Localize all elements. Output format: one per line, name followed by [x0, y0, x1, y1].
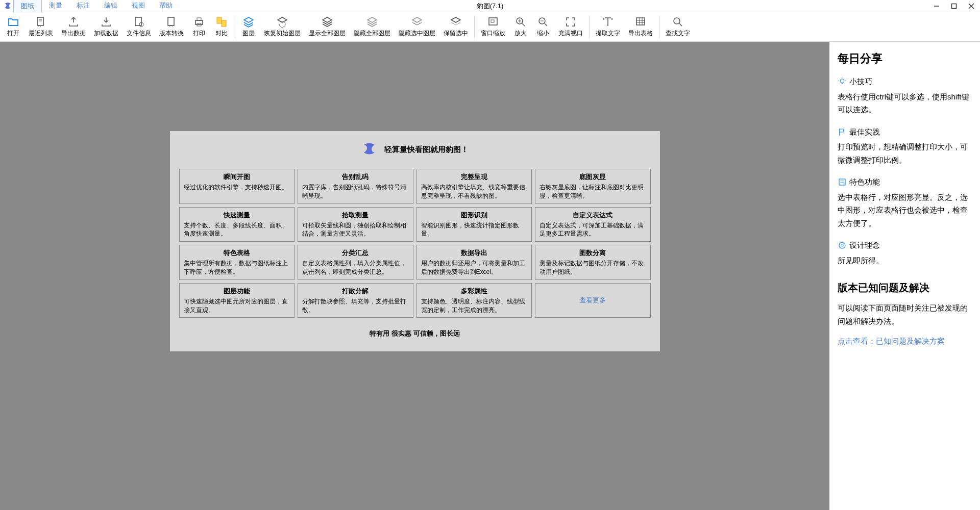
feature-desc: 可拾取矢量线和圆，独创拾取和绘制相结合，测量方便又灵活。 — [302, 221, 409, 239]
menu-tab-view[interactable]: 视图 — [125, 0, 152, 13]
feature-card: 数据导出用户的数据归还用户，可将测量和加工后的数据免费导出到Excel。 — [416, 245, 532, 280]
menu-bar: 图纸 测量 标注 编辑 视图 帮助 — [13, 0, 180, 13]
feature-card: 图数分离测量及标记数据与图纸分开存储，不改动用户图纸。 — [535, 245, 651, 280]
menu-tab-measure[interactable]: 测量 — [42, 0, 69, 13]
svg-rect-24 — [636, 18, 645, 25]
feature-title: 图数分离 — [540, 248, 646, 258]
feature-card: 自定义表达式自定义表达式，可深加工基础数据，满足更多工程量需求。 — [535, 207, 651, 242]
tool-export[interactable]: 导出数据 — [57, 15, 90, 39]
svg-rect-1 — [952, 4, 957, 8]
sidebar-daily-title: 每日分享 — [838, 49, 972, 68]
sidebar-section-title: 小技巧 — [838, 75, 972, 88]
toolbar-separator — [235, 16, 235, 38]
feature-title: 数据导出 — [421, 248, 528, 258]
tool-zoom-out[interactable]: 缩小 — [532, 15, 554, 39]
sidebar-section-text: 选中表格行，对应图形亮显。反之，选中图形，对应表格行也会被选中，检查太方便了。 — [838, 191, 972, 230]
sidebar: 每日分享 小技巧表格行使用ctrl键可以多选，使用shift键可以连选。最佳实践… — [829, 42, 980, 510]
canvas-area[interactable]: 轻算量快看图就用豹图！ 瞬间开图经过优化的软件引擎，支持秒速开图。告别乱码内置字… — [0, 42, 829, 510]
sidebar-issues-text: 可以阅读下面页面随时关注已被发现的问题和解决办法。 — [838, 301, 972, 327]
feature-more[interactable]: 查看更多 — [535, 283, 651, 318]
tool-open[interactable]: 打开 — [2, 15, 24, 39]
feature-card: 告别乱码内置字库，告别图纸乱码，特殊符号清晰呈现。 — [298, 169, 413, 204]
minimize-button[interactable] — [928, 0, 945, 12]
feature-title: 图形识别 — [421, 211, 528, 220]
list-icon — [838, 177, 847, 187]
svg-line-30 — [679, 23, 682, 26]
feature-title: 图层功能 — [184, 287, 290, 296]
tool-keep-selected[interactable]: 保留选中 — [439, 15, 472, 39]
menu-tab-drawing[interactable]: 图纸 — [13, 0, 42, 13]
feature-desc: 内置字库，告别图纸乱码，特殊符号清晰呈现。 — [302, 183, 409, 200]
feature-desc: 右键灰显底图，让标注和底图对比更明显，检查更清晰。 — [540, 183, 646, 200]
svg-rect-9 — [168, 17, 174, 26]
sidebar-issues-link[interactable]: 点击查看：已知问题及解决方案 — [838, 335, 972, 348]
sidebar-section-text: 表格行使用ctrl键可以多选，使用shift键可以连选。 — [838, 90, 972, 116]
svg-line-42 — [843, 243, 845, 245]
welcome-panel: 轻算量快看图就用豹图！ 瞬间开图经过优化的软件引擎，支持秒速开图。告别乱码内置字… — [170, 131, 660, 351]
svg-rect-14 — [222, 20, 226, 27]
sidebar-issues-title: 版本已知问题及解决 — [838, 279, 972, 296]
tool-print[interactable]: 打印 — [188, 15, 210, 39]
bulb-icon — [838, 77, 847, 86]
tool-hide-selected-layer[interactable]: 隐藏选中图层 — [395, 15, 439, 39]
tool-layers[interactable]: 图层 — [237, 15, 260, 39]
tool-show-all-layers[interactable]: 显示全部图层 — [305, 15, 350, 39]
toolbar-separator — [474, 16, 475, 38]
tool-import[interactable]: 加载数据 — [90, 15, 122, 39]
tool-recent[interactable]: 最近列表 — [24, 15, 57, 39]
feature-card: 多彩属性支持颜色、透明度、标注内容、线型线宽的定制，工作完成的漂亮。 — [416, 283, 532, 318]
svg-rect-10 — [195, 20, 203, 24]
menu-tab-help[interactable]: 帮助 — [152, 0, 180, 13]
feature-desc: 智能识别图形，快速统计指定图形数量。 — [421, 221, 528, 239]
feature-desc: 用户的数据归还用户，可将测量和加工后的数据免费导出到Excel。 — [421, 259, 528, 276]
feature-desc: 分解打散块参照、填充等，支持批量打散。 — [302, 297, 409, 315]
tool-restore-layers[interactable]: 恢复初始图层 — [260, 15, 305, 39]
feature-title: 告别乱码 — [302, 172, 409, 182]
sidebar-section-title: 最佳实践 — [838, 125, 972, 139]
target-icon — [838, 241, 847, 250]
tool-export-table[interactable]: 导出表格 — [624, 15, 657, 39]
feature-desc: 经过优化的软件引擎，支持秒速开图。 — [184, 183, 290, 192]
feature-title: 自定义表达式 — [540, 211, 646, 220]
feature-desc: 高效率内核引擎让填充、线宽等重要信息完整呈现，不看残缺的图。 — [421, 183, 528, 200]
tool-find-text[interactable]: 查找文字 — [662, 15, 694, 39]
svg-point-29 — [674, 18, 680, 24]
feature-title: 拾取测量 — [302, 211, 409, 220]
tool-fileinfo[interactable]: 文件信息 — [122, 15, 155, 39]
svg-rect-7 — [135, 17, 141, 26]
menu-tab-annotate[interactable]: 标注 — [69, 0, 97, 13]
more-link[interactable]: 查看更多 — [579, 296, 606, 305]
sidebar-section: 最佳实践打印预览时，想精确调整打印大小，可微微调整打印比例。 — [838, 125, 972, 167]
sidebar-section-text: 所见即所得。 — [838, 254, 972, 267]
feature-desc: 测量及标记数据与图纸分开存储，不改动用户图纸。 — [540, 259, 646, 276]
feature-desc: 支持颜色、透明度、标注内容、线型线宽的定制，工作完成的漂亮。 — [421, 297, 528, 315]
feature-title: 底图灰显 — [540, 172, 646, 182]
svg-rect-15 — [489, 18, 497, 25]
sidebar-section: 设计理念所见即所得。 — [838, 239, 972, 267]
svg-line-22 — [545, 23, 547, 26]
tool-version[interactable]: 版本转换 — [155, 15, 188, 39]
tool-compare[interactable]: 对比 — [210, 15, 233, 39]
feature-title: 多彩属性 — [421, 287, 528, 296]
feature-card: 打散分解分解打散块参照、填充等，支持批量打散。 — [298, 283, 413, 318]
feature-card: 拾取测量可拾取矢量线和圆，独创拾取和绘制相结合，测量方便又灵活。 — [298, 207, 413, 242]
close-button[interactable] — [963, 0, 980, 12]
welcome-footer: 特有用 很实惠 可信赖，图长远 — [179, 329, 651, 338]
tool-fit-view[interactable]: 充满视口 — [554, 15, 587, 39]
feature-title: 特色表格 — [184, 248, 290, 258]
maximize-button[interactable] — [945, 0, 963, 12]
tool-extract-text[interactable]: 提取文字 — [592, 15, 624, 39]
sidebar-section-text: 打印预览时，想精确调整打印大小，可微微调整打印比例。 — [838, 140, 972, 166]
tool-hide-all-layers[interactable]: 隐藏全部图层 — [350, 15, 395, 39]
menu-tab-edit[interactable]: 编辑 — [97, 0, 125, 13]
svg-rect-13 — [217, 17, 222, 23]
feature-desc: 可快速隐藏选中图元所对应的图层，直接又直观。 — [184, 297, 290, 315]
svg-rect-4 — [37, 17, 43, 26]
feature-desc: 集中管理所有数据，数据与图纸标注上下呼应，方便检查。 — [184, 259, 290, 276]
sidebar-section-title: 设计理念 — [838, 239, 972, 252]
sidebar-section: 小技巧表格行使用ctrl键可以多选，使用shift键可以连选。 — [838, 75, 972, 116]
tool-zoom-window[interactable]: 窗口缩放 — [477, 15, 509, 39]
welcome-slogan: 轻算量快看图就用豹图！ — [384, 145, 469, 155]
feature-grid: 瞬间开图经过优化的软件引擎，支持秒速开图。告别乱码内置字库，告别图纸乱码，特殊符… — [179, 169, 651, 318]
tool-zoom-in[interactable]: 放大 — [509, 15, 532, 39]
